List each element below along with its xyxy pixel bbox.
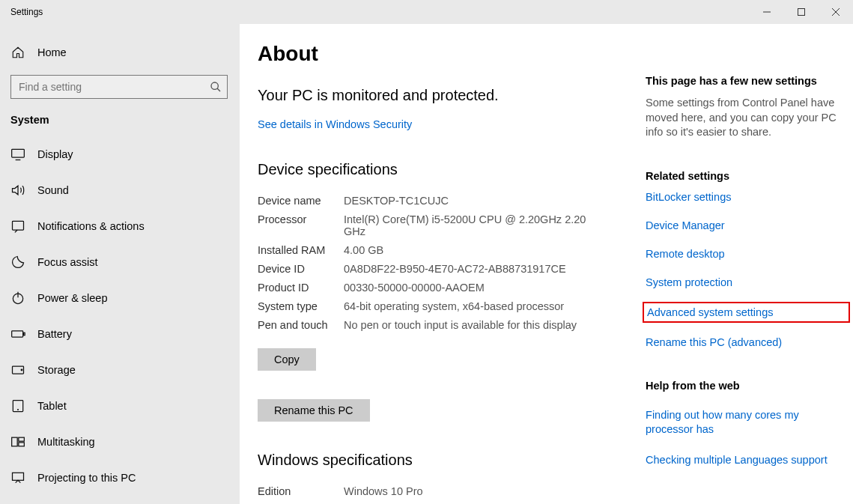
sidebar-item-sound[interactable]: Sound (0, 172, 240, 208)
device-spec-heading: Device specifications (258, 161, 646, 178)
minimize-button[interactable] (750, 0, 784, 24)
system-protection-link[interactable]: System protection (646, 276, 847, 288)
spec-val: DESKTOP-TC1CUJC (344, 195, 646, 213)
sidebar-item-label: Focus assist (37, 256, 98, 268)
svg-rect-2 (12, 149, 25, 157)
spec-val: No pen or touch input is available for t… (344, 319, 646, 338)
device-manager-link[interactable]: Device Manager (646, 219, 847, 231)
sidebar-item-label: Multitasking (37, 436, 95, 448)
battery-icon (10, 327, 25, 341)
sidebar-item-label: Projecting to this PC (37, 472, 136, 484)
window-controls (750, 0, 853, 24)
help-cores-link[interactable]: Finding out how many cores my processor … (646, 408, 847, 437)
storage-icon (10, 362, 25, 377)
related-heading: Related settings (646, 170, 847, 182)
spec-key: System type (258, 300, 344, 319)
close-button[interactable] (819, 0, 853, 24)
windows-spec-heading: Windows specifications (258, 452, 646, 469)
svg-rect-11 (12, 437, 18, 446)
spec-val: 64-bit operating system, x64-based proce… (344, 300, 646, 319)
security-link[interactable]: See details in Windows Security (258, 118, 412, 130)
spec-key: Installed RAM (258, 244, 344, 263)
windows-spec-table: EditionWindows 10 Pro Version21H1 Instal… (258, 485, 646, 504)
svg-rect-13 (19, 443, 25, 446)
sidebar-item-projecting[interactable]: Projecting to this PC (0, 460, 240, 496)
spec-key: Device name (258, 195, 344, 213)
sidebar-item-multitasking[interactable]: Multitasking (0, 424, 240, 460)
main-column: About Your PC is monitored and protected… (258, 42, 646, 504)
search-icon (210, 81, 222, 93)
right-column: This page has a few new settings Some se… (646, 42, 847, 504)
maximize-button[interactable] (784, 0, 819, 24)
sidebar-item-display[interactable]: Display (0, 136, 240, 172)
sidebar-item-storage[interactable]: Storage (0, 352, 240, 388)
sidebar-item-label: Tablet (37, 400, 67, 412)
tablet-icon (10, 398, 25, 413)
sidebar-item-label: Storage (37, 364, 76, 376)
sidebar-item-label: Display (37, 148, 73, 160)
display-icon (10, 147, 25, 162)
focus-icon (10, 255, 25, 270)
svg-point-10 (18, 410, 19, 410)
protected-heading: Your PC is monitored and protected. (258, 87, 646, 104)
sidebar-item-notifications[interactable]: Notifications & actions (0, 208, 240, 244)
home-button[interactable]: Home (0, 37, 240, 67)
rename-pc-button[interactable]: Rename this PC (258, 399, 370, 422)
home-icon (10, 45, 25, 60)
help-languages-link[interactable]: Checking multiple Languages support (646, 454, 847, 466)
sidebar-item-label: Sound (37, 184, 69, 196)
svg-rect-0 (798, 9, 805, 16)
spec-key: Processor (258, 213, 344, 244)
new-settings-heading: This page has a few new settings (646, 75, 847, 87)
window-title: Settings (10, 7, 43, 17)
search-input[interactable] (10, 75, 228, 99)
multitasking-icon (10, 434, 25, 449)
sidebar-item-label: Notifications & actions (37, 220, 145, 232)
remote-desktop-link[interactable]: Remote desktop (646, 248, 847, 260)
power-icon (10, 291, 25, 306)
help-links: Finding out how many cores my processor … (646, 408, 847, 466)
home-label: Home (37, 46, 67, 58)
svg-point-8 (21, 369, 22, 371)
projecting-icon (10, 470, 25, 485)
sidebar-item-power[interactable]: Power & sleep (0, 280, 240, 316)
notifications-icon (10, 219, 25, 234)
spec-key: Product ID (258, 282, 344, 300)
svg-rect-14 (13, 473, 24, 480)
sidebar-section-label: System (0, 99, 240, 136)
svg-rect-5 (12, 331, 23, 337)
sound-icon (10, 183, 25, 198)
advanced-system-settings-link[interactable]: Advanced system settings (646, 305, 847, 320)
sidebar-item-label: Battery (37, 328, 72, 340)
spec-val: Windows 10 Pro (344, 485, 646, 504)
related-links: BitLocker settings Device Manager Remote… (646, 191, 847, 348)
svg-rect-12 (19, 437, 25, 441)
svg-rect-6 (24, 333, 25, 335)
device-spec-table: Device nameDESKTOP-TC1CUJC ProcessorInte… (258, 195, 646, 338)
bitlocker-link[interactable]: BitLocker settings (646, 191, 847, 203)
spec-key: Edition (258, 485, 344, 504)
svg-point-1 (211, 82, 218, 89)
help-heading: Help from the web (646, 380, 847, 392)
spec-val: 4.00 GB (344, 244, 646, 263)
sidebar-item-battery[interactable]: Battery (0, 316, 240, 352)
copy-button[interactable]: Copy (258, 348, 316, 371)
spec-key: Device ID (258, 263, 344, 282)
page-title: About (258, 42, 646, 66)
sidebar: Home System Display Sound Notifications … (0, 24, 240, 504)
spec-val: 0A8D8F22-B950-4E70-AC72-AB88731917CE (344, 263, 646, 282)
sidebar-item-tablet[interactable]: Tablet (0, 388, 240, 424)
spec-val: 00330-50000-00000-AAOEM (344, 282, 646, 300)
sidebar-item-focus[interactable]: Focus assist (0, 244, 240, 280)
sidebar-item-label: Power & sleep (37, 292, 108, 304)
new-settings-desc: Some settings from Control Panel have mo… (646, 96, 847, 140)
spec-key: Pen and touch (258, 319, 344, 338)
titlebar: Settings (0, 0, 853, 24)
content: About Your PC is monitored and protected… (240, 24, 853, 504)
rename-pc-advanced-link[interactable]: Rename this PC (advanced) (646, 336, 847, 348)
svg-rect-3 (13, 221, 24, 230)
spec-val: Intel(R) Core(TM) i5-5200U CPU @ 2.20GHz… (344, 213, 646, 244)
